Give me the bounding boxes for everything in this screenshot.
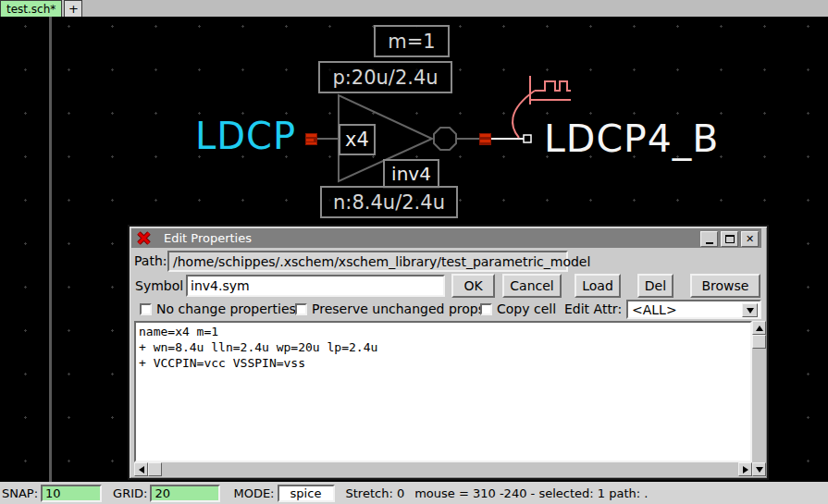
dialog-title-bar[interactable]: Edit Properties ✕ <box>131 228 761 248</box>
symbol-label: Symbol <box>135 278 183 293</box>
minimize-button[interactable] <box>700 231 718 247</box>
edit-attr-label: Edit Attr: <box>564 301 622 316</box>
mouse-status: mouse = 310 -240 - selected: 1 path: . <box>414 486 648 500</box>
preserve-unchanged-props-checkbox[interactable] <box>295 303 307 315</box>
mode-input[interactable] <box>278 485 335 502</box>
param-m-label[interactable]: m=1 <box>374 25 450 57</box>
net-label-pin[interactable] <box>524 135 531 142</box>
edit-attr-value: <ALL> <box>632 302 677 317</box>
dialog-title: Edit Properties <box>164 231 252 245</box>
horizontal-scroll-thumb[interactable] <box>148 462 162 476</box>
output-net-label[interactable]: LDCP4_B <box>544 117 719 161</box>
cancel-button[interactable]: Cancel <box>502 274 562 298</box>
tab-test-sch[interactable]: test.sch* <box>0 0 62 17</box>
scroll-left-icon <box>139 466 144 473</box>
instance-mult-label[interactable]: x4 <box>339 124 376 155</box>
scroll-down-button[interactable] <box>752 462 766 476</box>
status-bar: SNAP: GRID: MODE: Stretch: 0 mouse = 310… <box>0 482 828 504</box>
scroll-up-icon <box>756 326 763 331</box>
vertical-scrollbar[interactable] <box>752 321 766 462</box>
scroll-right-button[interactable] <box>738 462 752 476</box>
maximize-icon <box>725 235 735 243</box>
path-label: Path: <box>134 253 167 268</box>
inverter-bubble[interactable] <box>434 128 456 150</box>
input-pin[interactable] <box>305 133 317 145</box>
close-icon: ✕ <box>746 234 754 244</box>
scroll-right-icon <box>743 466 748 473</box>
output-pin[interactable] <box>479 133 491 145</box>
preserve-unchanged-props-label: Preserve unchanged props <box>312 301 485 316</box>
edit-properties-dialog: Edit Properties ✕ Path: /home/schippes/.… <box>128 225 769 480</box>
xschem-logo-icon <box>137 231 151 245</box>
maximize-button[interactable] <box>721 231 738 247</box>
path-field: /home/schippes/.xschem/xschem_library/te… <box>167 251 568 272</box>
dropdown-arrow-button[interactable] <box>742 303 758 317</box>
properties-textarea[interactable]: name=x4 m=1 + wn=8.4u lln=2.4u wp=20u lp… <box>134 321 752 462</box>
param-n-label[interactable]: n:8.4u/2.4u <box>320 186 458 218</box>
edit-attr-dropdown[interactable]: <ALL> <box>626 300 761 319</box>
ok-button[interactable]: OK <box>451 274 495 298</box>
mode-label: MODE: <box>233 486 274 500</box>
del-button[interactable]: Del <box>637 274 674 298</box>
copy-cell-checkbox[interactable] <box>480 303 492 315</box>
param-p-label[interactable]: p:20u/2.4u <box>318 61 452 93</box>
copy-cell-label: Copy cell <box>497 301 556 316</box>
tab-bar: test.sch* + <box>0 0 828 18</box>
scroll-left-button[interactable] <box>134 462 148 476</box>
xschem-window: test.sch* + <box>0 0 828 504</box>
snap-label: SNAP: <box>2 486 38 500</box>
scroll-up-button[interactable] <box>752 321 766 335</box>
cell-name-label[interactable]: inv4 <box>383 159 439 189</box>
chevron-down-icon <box>747 308 754 313</box>
no-change-properties-label: No change properties <box>156 301 296 316</box>
minimize-icon <box>706 242 713 244</box>
load-button[interactable]: Load <box>575 274 621 298</box>
properties-text: name=x4 m=1 + wn=8.4u lln=2.4u wp=20u lp… <box>136 323 750 372</box>
scroll-down-icon <box>756 467 763 473</box>
close-button[interactable]: ✕ <box>741 231 759 247</box>
snap-input[interactable] <box>41 485 102 502</box>
vertical-scroll-thumb[interactable] <box>752 335 766 349</box>
browse-button[interactable]: Browse <box>690 274 760 298</box>
new-tab-button[interactable]: + <box>64 0 82 17</box>
stretch-status: Stretch: 0 <box>346 486 405 500</box>
grid-input[interactable] <box>150 485 220 502</box>
input-net-label[interactable]: LDCP <box>195 115 296 157</box>
no-change-properties-checkbox[interactable] <box>140 303 152 315</box>
symbol-input[interactable] <box>186 275 445 297</box>
grid-label: GRID: <box>113 486 147 500</box>
horizontal-scrollbar[interactable] <box>134 462 752 476</box>
